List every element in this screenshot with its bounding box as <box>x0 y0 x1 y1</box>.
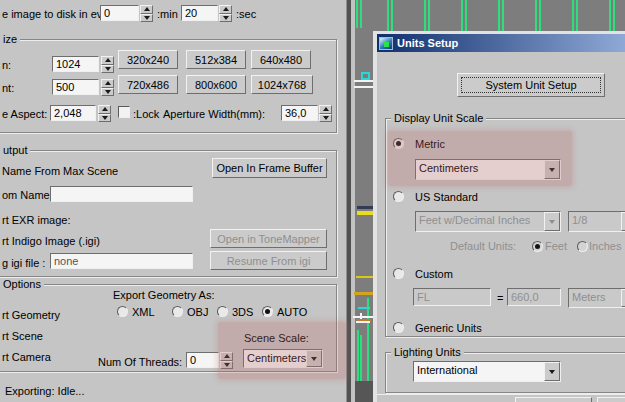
lock-checkbox[interactable] <box>118 106 130 118</box>
us-units-value: Feet w/Decimal Inches <box>416 212 544 231</box>
grid-line <box>613 0 615 31</box>
panel-edge-light <box>351 0 355 402</box>
lock-label: :Lock <box>133 108 159 120</box>
height-spinner[interactable] <box>101 79 114 96</box>
custom-ref-unit-value: Meters <box>569 289 621 307</box>
dropdown-arrow-icon[interactable] <box>306 350 322 367</box>
spinner-up-icon[interactable] <box>101 79 114 88</box>
spinner-up-icon[interactable] <box>319 105 332 114</box>
screen: e image to disk in every... :min :sec iz… <box>0 0 625 402</box>
lighting-units-dropdown[interactable]: International <box>413 361 561 382</box>
preset-800x600-button[interactable]: 800x600 <box>186 75 246 94</box>
grid-line <box>539 0 541 31</box>
width-input[interactable] <box>52 56 99 72</box>
save-min-input[interactable] <box>100 5 139 21</box>
aperture-spinner[interactable] <box>319 105 332 122</box>
lighting-units-title: Lighting Units <box>391 346 464 358</box>
export-camera-row-label: rt Camera <box>2 351 51 363</box>
preset-1024x768-button[interactable]: 1024x768 <box>251 75 313 94</box>
num-threads-spinner[interactable] <box>220 352 233 369</box>
metric-radio[interactable] <box>393 138 404 149</box>
preset-320x240-button[interactable]: 320x240 <box>118 50 178 69</box>
metric-units-dropdown[interactable]: Centimeters <box>415 159 561 180</box>
custom-value-input[interactable] <box>507 288 561 306</box>
default-inches-label: Inches <box>589 240 621 252</box>
preset-512x384-button[interactable]: 512x384 <box>186 50 246 69</box>
open-in-frame-buffer-button[interactable]: Open In Frame Buffer <box>212 158 327 178</box>
grid-line <box>391 0 393 31</box>
format-obj-label: OBJ <box>187 306 208 318</box>
format-obj-radio[interactable] <box>172 306 183 317</box>
format-auto-radio[interactable] <box>262 306 273 317</box>
aspect-input[interactable] <box>50 105 96 121</box>
system-unit-setup-button[interactable]: System Unit Setup <box>457 73 605 97</box>
grid-line <box>428 0 430 31</box>
spinner-down-icon[interactable] <box>220 361 233 370</box>
preset-720x486-button[interactable]: 720x486 <box>118 75 178 94</box>
preset-640x480-button[interactable]: 640x480 <box>251 50 311 69</box>
width-spinner[interactable] <box>101 56 114 73</box>
us-units-dropdown[interactable]: Feet w/Decimal Inches <box>415 211 561 232</box>
export-scene-row-label: rt Scene <box>2 330 43 342</box>
viewport-bottom-band <box>355 381 373 402</box>
grid-line <box>387 0 389 31</box>
format-xml-radio[interactable] <box>117 306 128 317</box>
default-inches-radio[interactable] <box>577 241 588 252</box>
aspect-spinner[interactable] <box>98 105 111 122</box>
generic-units-radio[interactable] <box>393 322 404 333</box>
spinner-down-icon[interactable] <box>219 14 232 23</box>
custom-name-input[interactable] <box>50 186 193 202</box>
grid-line <box>609 0 611 31</box>
spinner-down-icon[interactable] <box>140 14 153 23</box>
resume-from-igi-button[interactable]: Resume From igi <box>210 251 327 270</box>
grid-line <box>535 0 537 31</box>
aspect-label: e Aspect: <box>2 108 47 120</box>
dialog-titlebar[interactable]: Units Setup <box>377 34 625 52</box>
export-geometry-as-label: Export Geometry As: <box>113 289 214 301</box>
us-fraction-dropdown[interactable]: 1/8 <box>568 211 625 232</box>
custom-unit-input[interactable] <box>413 288 491 306</box>
spinner-up-icon[interactable] <box>219 5 232 14</box>
custom-ref-unit-dropdown[interactable]: Meters <box>568 288 625 308</box>
open-in-tonemapper-button[interactable]: Open in ToneMapper <box>210 229 327 248</box>
focus-rect <box>461 77 601 93</box>
dropdown-arrow-icon[interactable] <box>544 212 560 231</box>
scene-scale-dropdown[interactable]: Centimeters <box>243 349 323 368</box>
custom-radio[interactable] <box>393 268 404 279</box>
us-standard-radio[interactable] <box>393 191 404 202</box>
save-sec-spinner[interactable] <box>219 5 232 22</box>
save-sec-input[interactable] <box>181 5 218 21</box>
spinner-down-icon[interactable] <box>101 88 114 97</box>
dropdown-arrow-icon[interactable] <box>544 362 560 381</box>
spinner-down-icon[interactable] <box>101 65 114 74</box>
dropdown-arrow-icon[interactable] <box>621 212 625 231</box>
spinner-up-icon[interactable] <box>98 105 111 114</box>
dropdown-arrow-icon[interactable] <box>544 160 560 179</box>
aperture-input[interactable] <box>281 105 318 121</box>
format-3ds-radio[interactable] <box>217 306 228 317</box>
grid-line <box>498 0 500 31</box>
grid-line <box>465 0 467 31</box>
us-fraction-value: 1/8 <box>569 212 621 231</box>
height-input[interactable] <box>52 79 99 95</box>
num-threads-input[interactable] <box>186 352 219 368</box>
grid-line <box>572 0 574 31</box>
ok-button-partial[interactable] <box>515 397 592 402</box>
metric-units-value: Centimeters <box>416 160 544 179</box>
viewport-marker <box>354 292 375 295</box>
indigo-image-label: rt Indigo Image (.igi) <box>2 235 100 247</box>
viewport-marker <box>358 307 370 309</box>
default-feet-radio[interactable] <box>532 241 543 252</box>
spinner-up-icon[interactable] <box>220 352 233 361</box>
save-min-spinner[interactable] <box>140 5 153 22</box>
cancel-button-partial[interactable] <box>597 397 625 402</box>
dropdown-arrow-icon[interactable] <box>621 289 625 307</box>
spinner-down-icon[interactable] <box>98 114 111 123</box>
igi-file-input[interactable] <box>50 253 193 269</box>
spinner-down-icon[interactable] <box>319 114 332 123</box>
spinner-up-icon[interactable] <box>101 56 114 65</box>
min-suffix-label: :min <box>157 8 178 20</box>
spinner-up-icon[interactable] <box>140 5 153 14</box>
metric-label: Metric <box>415 138 445 150</box>
grid-line <box>360 0 362 28</box>
